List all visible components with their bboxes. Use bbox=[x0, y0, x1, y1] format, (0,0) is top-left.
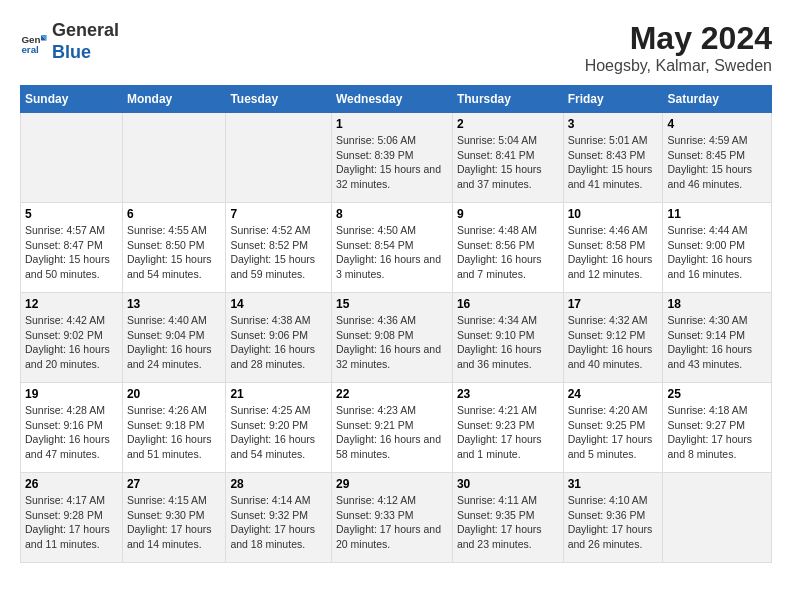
day-number: 1 bbox=[336, 117, 448, 131]
calendar-cell: 8Sunrise: 4:50 AM Sunset: 8:54 PM Daylig… bbox=[331, 203, 452, 293]
calendar-cell: 27Sunrise: 4:15 AM Sunset: 9:30 PM Dayli… bbox=[122, 473, 226, 563]
day-info: Sunrise: 4:15 AM Sunset: 9:30 PM Dayligh… bbox=[127, 493, 222, 552]
day-info: Sunrise: 5:04 AM Sunset: 8:41 PM Dayligh… bbox=[457, 133, 559, 192]
day-number: 22 bbox=[336, 387, 448, 401]
calendar-subtitle: Hoegsby, Kalmar, Sweden bbox=[585, 57, 772, 75]
calendar-cell: 9Sunrise: 4:48 AM Sunset: 8:56 PM Daylig… bbox=[452, 203, 563, 293]
day-number: 20 bbox=[127, 387, 222, 401]
day-number: 17 bbox=[568, 297, 659, 311]
day-info: Sunrise: 4:28 AM Sunset: 9:16 PM Dayligh… bbox=[25, 403, 118, 462]
calendar-cell: 6Sunrise: 4:55 AM Sunset: 8:50 PM Daylig… bbox=[122, 203, 226, 293]
header-saturday: Saturday bbox=[663, 86, 772, 113]
day-number: 10 bbox=[568, 207, 659, 221]
calendar-week-row: 12Sunrise: 4:42 AM Sunset: 9:02 PM Dayli… bbox=[21, 293, 772, 383]
day-number: 11 bbox=[667, 207, 767, 221]
day-number: 7 bbox=[230, 207, 327, 221]
day-number: 15 bbox=[336, 297, 448, 311]
calendar-cell: 17Sunrise: 4:32 AM Sunset: 9:12 PM Dayli… bbox=[563, 293, 663, 383]
calendar-cell: 4Sunrise: 4:59 AM Sunset: 8:45 PM Daylig… bbox=[663, 113, 772, 203]
calendar-cell: 3Sunrise: 5:01 AM Sunset: 8:43 PM Daylig… bbox=[563, 113, 663, 203]
day-number: 14 bbox=[230, 297, 327, 311]
day-info: Sunrise: 4:12 AM Sunset: 9:33 PM Dayligh… bbox=[336, 493, 448, 552]
day-number: 12 bbox=[25, 297, 118, 311]
day-info: Sunrise: 4:32 AM Sunset: 9:12 PM Dayligh… bbox=[568, 313, 659, 372]
day-info: Sunrise: 4:30 AM Sunset: 9:14 PM Dayligh… bbox=[667, 313, 767, 372]
day-number: 25 bbox=[667, 387, 767, 401]
calendar-cell: 14Sunrise: 4:38 AM Sunset: 9:06 PM Dayli… bbox=[226, 293, 332, 383]
logo-general-text: General bbox=[52, 20, 119, 40]
day-number: 30 bbox=[457, 477, 559, 491]
day-info: Sunrise: 4:21 AM Sunset: 9:23 PM Dayligh… bbox=[457, 403, 559, 462]
calendar-cell: 13Sunrise: 4:40 AM Sunset: 9:04 PM Dayli… bbox=[122, 293, 226, 383]
day-number: 9 bbox=[457, 207, 559, 221]
day-info: Sunrise: 5:06 AM Sunset: 8:39 PM Dayligh… bbox=[336, 133, 448, 192]
calendar-cell bbox=[122, 113, 226, 203]
day-number: 23 bbox=[457, 387, 559, 401]
day-info: Sunrise: 5:01 AM Sunset: 8:43 PM Dayligh… bbox=[568, 133, 659, 192]
calendar-cell: 16Sunrise: 4:34 AM Sunset: 9:10 PM Dayli… bbox=[452, 293, 563, 383]
day-number: 2 bbox=[457, 117, 559, 131]
day-info: Sunrise: 4:11 AM Sunset: 9:35 PM Dayligh… bbox=[457, 493, 559, 552]
calendar-cell: 29Sunrise: 4:12 AM Sunset: 9:33 PM Dayli… bbox=[331, 473, 452, 563]
header-wednesday: Wednesday bbox=[331, 86, 452, 113]
calendar-week-row: 1Sunrise: 5:06 AM Sunset: 8:39 PM Daylig… bbox=[21, 113, 772, 203]
header-tuesday: Tuesday bbox=[226, 86, 332, 113]
calendar-week-row: 19Sunrise: 4:28 AM Sunset: 9:16 PM Dayli… bbox=[21, 383, 772, 473]
day-info: Sunrise: 4:50 AM Sunset: 8:54 PM Dayligh… bbox=[336, 223, 448, 282]
calendar-cell bbox=[226, 113, 332, 203]
day-number: 8 bbox=[336, 207, 448, 221]
day-info: Sunrise: 4:20 AM Sunset: 9:25 PM Dayligh… bbox=[568, 403, 659, 462]
day-info: Sunrise: 4:52 AM Sunset: 8:52 PM Dayligh… bbox=[230, 223, 327, 282]
calendar-cell: 7Sunrise: 4:52 AM Sunset: 8:52 PM Daylig… bbox=[226, 203, 332, 293]
logo-blue-text: Blue bbox=[52, 42, 91, 62]
day-number: 27 bbox=[127, 477, 222, 491]
calendar-week-row: 26Sunrise: 4:17 AM Sunset: 9:28 PM Dayli… bbox=[21, 473, 772, 563]
calendar-cell: 15Sunrise: 4:36 AM Sunset: 9:08 PM Dayli… bbox=[331, 293, 452, 383]
day-info: Sunrise: 4:17 AM Sunset: 9:28 PM Dayligh… bbox=[25, 493, 118, 552]
day-info: Sunrise: 4:57 AM Sunset: 8:47 PM Dayligh… bbox=[25, 223, 118, 282]
svg-text:eral: eral bbox=[21, 44, 39, 55]
calendar-cell: 5Sunrise: 4:57 AM Sunset: 8:47 PM Daylig… bbox=[21, 203, 123, 293]
day-info: Sunrise: 4:59 AM Sunset: 8:45 PM Dayligh… bbox=[667, 133, 767, 192]
calendar-cell: 30Sunrise: 4:11 AM Sunset: 9:35 PM Dayli… bbox=[452, 473, 563, 563]
day-number: 3 bbox=[568, 117, 659, 131]
day-info: Sunrise: 4:40 AM Sunset: 9:04 PM Dayligh… bbox=[127, 313, 222, 372]
day-number: 16 bbox=[457, 297, 559, 311]
calendar-header-row: SundayMondayTuesdayWednesdayThursdayFrid… bbox=[21, 86, 772, 113]
day-info: Sunrise: 4:26 AM Sunset: 9:18 PM Dayligh… bbox=[127, 403, 222, 462]
day-info: Sunrise: 4:34 AM Sunset: 9:10 PM Dayligh… bbox=[457, 313, 559, 372]
day-number: 18 bbox=[667, 297, 767, 311]
calendar-cell: 23Sunrise: 4:21 AM Sunset: 9:23 PM Dayli… bbox=[452, 383, 563, 473]
page-header: Gen eral General Blue May 2024 Hoegsby, … bbox=[20, 20, 772, 75]
header-thursday: Thursday bbox=[452, 86, 563, 113]
day-info: Sunrise: 4:38 AM Sunset: 9:06 PM Dayligh… bbox=[230, 313, 327, 372]
calendar-cell: 11Sunrise: 4:44 AM Sunset: 9:00 PM Dayli… bbox=[663, 203, 772, 293]
calendar-cell: 20Sunrise: 4:26 AM Sunset: 9:18 PM Dayli… bbox=[122, 383, 226, 473]
day-info: Sunrise: 4:46 AM Sunset: 8:58 PM Dayligh… bbox=[568, 223, 659, 282]
day-info: Sunrise: 4:25 AM Sunset: 9:20 PM Dayligh… bbox=[230, 403, 327, 462]
day-info: Sunrise: 4:18 AM Sunset: 9:27 PM Dayligh… bbox=[667, 403, 767, 462]
calendar-cell: 2Sunrise: 5:04 AM Sunset: 8:41 PM Daylig… bbox=[452, 113, 563, 203]
header-friday: Friday bbox=[563, 86, 663, 113]
calendar-week-row: 5Sunrise: 4:57 AM Sunset: 8:47 PM Daylig… bbox=[21, 203, 772, 293]
day-number: 4 bbox=[667, 117, 767, 131]
day-number: 26 bbox=[25, 477, 118, 491]
calendar-cell: 12Sunrise: 4:42 AM Sunset: 9:02 PM Dayli… bbox=[21, 293, 123, 383]
calendar-cell: 22Sunrise: 4:23 AM Sunset: 9:21 PM Dayli… bbox=[331, 383, 452, 473]
day-number: 29 bbox=[336, 477, 448, 491]
day-number: 13 bbox=[127, 297, 222, 311]
day-number: 5 bbox=[25, 207, 118, 221]
logo: Gen eral General Blue bbox=[20, 20, 119, 63]
title-block: May 2024 Hoegsby, Kalmar, Sweden bbox=[585, 20, 772, 75]
calendar-cell: 21Sunrise: 4:25 AM Sunset: 9:20 PM Dayli… bbox=[226, 383, 332, 473]
day-info: Sunrise: 4:14 AM Sunset: 9:32 PM Dayligh… bbox=[230, 493, 327, 552]
day-number: 24 bbox=[568, 387, 659, 401]
calendar-title: May 2024 bbox=[585, 20, 772, 57]
day-number: 6 bbox=[127, 207, 222, 221]
day-number: 28 bbox=[230, 477, 327, 491]
day-info: Sunrise: 4:42 AM Sunset: 9:02 PM Dayligh… bbox=[25, 313, 118, 372]
day-info: Sunrise: 4:55 AM Sunset: 8:50 PM Dayligh… bbox=[127, 223, 222, 282]
day-info: Sunrise: 4:48 AM Sunset: 8:56 PM Dayligh… bbox=[457, 223, 559, 282]
day-info: Sunrise: 4:36 AM Sunset: 9:08 PM Dayligh… bbox=[336, 313, 448, 372]
calendar-cell: 18Sunrise: 4:30 AM Sunset: 9:14 PM Dayli… bbox=[663, 293, 772, 383]
